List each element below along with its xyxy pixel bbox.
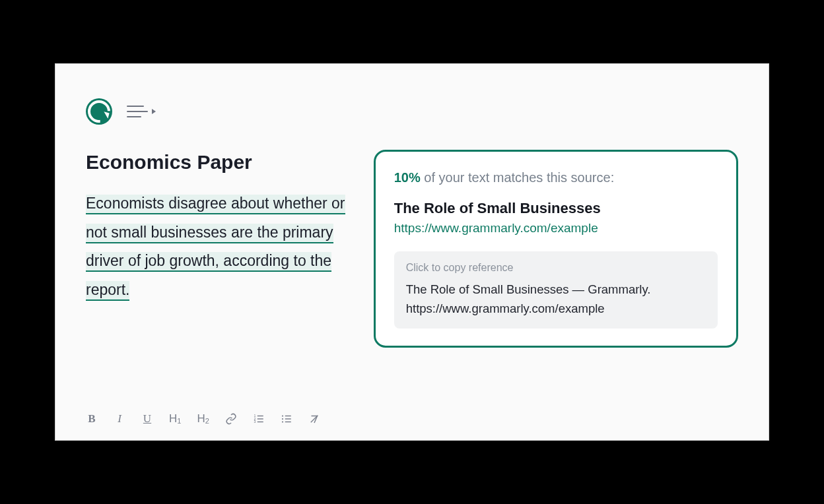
svg-point-10 bbox=[282, 418, 283, 420]
plagiarism-card: 10% of your text matches this source: Th… bbox=[374, 150, 738, 348]
ordered-list-icon: 1 2 3 bbox=[253, 413, 265, 425]
bold-button[interactable]: B bbox=[86, 412, 98, 425]
outline-lines-icon bbox=[127, 106, 148, 117]
svg-text:3: 3 bbox=[254, 420, 256, 424]
plagiarism-highlight[interactable]: Economists disagree about whether or not… bbox=[86, 195, 345, 301]
clear-format-button[interactable] bbox=[308, 413, 320, 425]
header-bar bbox=[86, 98, 738, 125]
h2-button[interactable]: H2 bbox=[197, 412, 209, 425]
document-title[interactable]: Economics Paper bbox=[86, 151, 347, 173]
plagiarism-source-title: The Role of Small Businesses bbox=[394, 200, 718, 217]
svg-line-12 bbox=[311, 416, 318, 423]
outline-toggle[interactable] bbox=[127, 106, 156, 117]
plagiarism-headline: 10% of your text matches this source: bbox=[394, 170, 718, 185]
unordered-list-icon bbox=[281, 413, 292, 425]
svg-point-11 bbox=[282, 421, 283, 422]
editor-pane[interactable]: Economics Paper Economists disagree abou… bbox=[86, 151, 347, 424]
clear-format-icon bbox=[308, 413, 320, 425]
svg-point-9 bbox=[282, 415, 283, 416]
plagiarism-source-url[interactable]: https://www.grammarly.com/example bbox=[394, 221, 598, 236]
h1-button[interactable]: H1 bbox=[169, 412, 181, 425]
caret-right-icon bbox=[152, 109, 156, 114]
plagiarism-percent: 10% bbox=[394, 170, 421, 185]
link-icon bbox=[225, 413, 237, 425]
content-row: Economics Paper Economists disagree abou… bbox=[86, 151, 738, 424]
document-body[interactable]: Economists disagree about whether or not… bbox=[86, 189, 347, 305]
copy-reference-text: The Role of Small Businesses — Grammarly… bbox=[406, 280, 706, 318]
copy-reference-box[interactable]: Click to copy reference The Role of Smal… bbox=[394, 251, 718, 329]
unordered-list-button[interactable] bbox=[281, 413, 292, 425]
format-toolbar: B I U H1 H2 1 2 3 bbox=[86, 412, 320, 425]
underline-button[interactable]: U bbox=[141, 412, 153, 425]
editor-window: Economics Paper Economists disagree abou… bbox=[55, 63, 769, 441]
italic-button[interactable]: I bbox=[114, 412, 125, 425]
ordered-list-button[interactable]: 1 2 3 bbox=[253, 413, 265, 425]
plagiarism-headline-rest: of your text matches this source: bbox=[421, 170, 614, 185]
link-button[interactable] bbox=[225, 413, 237, 425]
grammarly-logo-icon bbox=[86, 98, 112, 125]
copy-reference-label: Click to copy reference bbox=[406, 262, 706, 274]
